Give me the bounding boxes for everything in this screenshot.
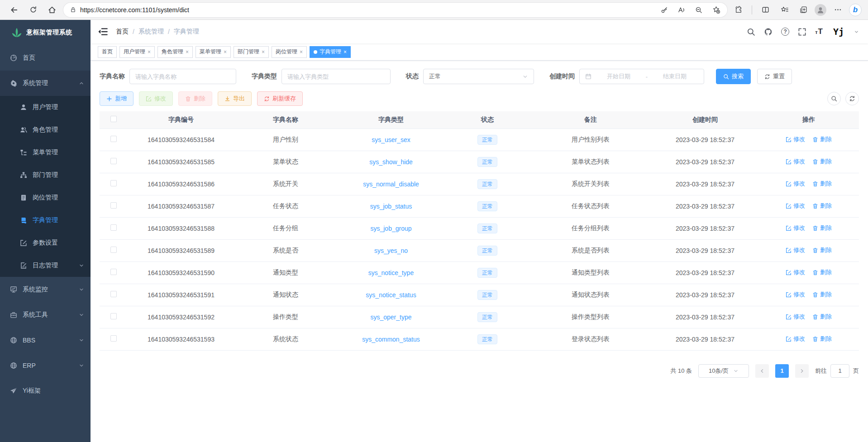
row-checkbox[interactable] bbox=[110, 180, 117, 186]
row-checkbox[interactable] bbox=[110, 247, 117, 253]
dict-type-link[interactable]: sys_oper_type bbox=[370, 314, 411, 321]
table-row[interactable]: 1641030593246531588 任务分组 sys_job_group 正… bbox=[100, 217, 859, 239]
row-edit-button[interactable]: 修改 bbox=[786, 202, 805, 210]
row-delete-button[interactable]: 删除 bbox=[812, 335, 832, 343]
close-icon[interactable]: × bbox=[148, 49, 151, 55]
tab-menu-management[interactable]: 菜单管理× bbox=[196, 46, 231, 58]
tab-post-management[interactable]: 岗位管理× bbox=[272, 46, 307, 58]
row-edit-button[interactable]: 修改 bbox=[786, 180, 805, 188]
dict-type-link[interactable]: sys_notice_type bbox=[368, 269, 414, 276]
search-button[interactable]: 搜索 bbox=[716, 69, 751, 84]
sidebar-item-erp[interactable]: ERP bbox=[0, 353, 91, 378]
sidebar-item-param-settings[interactable]: 参数设置 bbox=[0, 232, 91, 254]
sidebar-item-dict-management[interactable]: 字典管理 bbox=[0, 209, 91, 232]
row-edit-button[interactable]: 修改 bbox=[786, 313, 805, 321]
dict-type-link[interactable]: sys_normal_disable bbox=[363, 181, 419, 188]
delete-button[interactable]: 删除 bbox=[178, 91, 212, 106]
font-size-icon[interactable]: тT bbox=[815, 27, 823, 36]
row-delete-button[interactable]: 删除 bbox=[812, 157, 832, 166]
row-delete-button[interactable]: 删除 bbox=[812, 202, 832, 210]
browser-home-button[interactable] bbox=[44, 2, 60, 18]
add-button[interactable]: 新增 bbox=[100, 91, 134, 106]
row-checkbox[interactable] bbox=[110, 158, 117, 164]
extensions-icon[interactable] bbox=[731, 2, 746, 18]
tab-dict-management[interactable]: 字典管理× bbox=[310, 46, 351, 58]
table-row[interactable]: 1641030593246531592 操作类型 sys_oper_type 正… bbox=[100, 306, 859, 328]
table-row[interactable]: 1641030593246531586 系统开关 sys_normal_disa… bbox=[100, 173, 859, 195]
table-row[interactable]: 1641030593246531593 系统状态 sys_common_stat… bbox=[100, 328, 859, 350]
dict-type-link[interactable]: sys_show_hide bbox=[369, 158, 413, 166]
close-icon[interactable]: × bbox=[262, 49, 265, 55]
table-row[interactable]: 1641030593246531590 通知类型 sys_notice_type… bbox=[100, 261, 859, 284]
sidebar-item-home[interactable]: 首页 bbox=[0, 45, 91, 71]
close-icon[interactable]: × bbox=[186, 49, 189, 55]
dict-type-link[interactable]: sys_common_status bbox=[362, 336, 420, 343]
row-delete-button[interactable]: 删除 bbox=[812, 290, 832, 299]
avatar-caret-icon[interactable] bbox=[854, 29, 859, 34]
browser-profile-avatar[interactable] bbox=[815, 4, 826, 16]
row-edit-button[interactable]: 修改 bbox=[786, 157, 805, 166]
tab-role-management[interactable]: 角色管理× bbox=[157, 46, 193, 58]
address-bar[interactable] bbox=[63, 3, 727, 17]
row-edit-button[interactable]: 修改 bbox=[786, 268, 805, 276]
page-number-button[interactable]: 1 bbox=[775, 364, 789, 378]
bing-chat-icon[interactable]: b bbox=[849, 4, 862, 16]
user-avatar[interactable]: Yj bbox=[832, 25, 845, 38]
fullscreen-icon[interactable] bbox=[798, 28, 806, 36]
sidebar-fold-icon[interactable] bbox=[98, 27, 108, 37]
reset-button[interactable]: 重置 bbox=[757, 69, 792, 84]
select-all-checkbox[interactable] bbox=[110, 116, 117, 122]
row-delete-button[interactable]: 删除 bbox=[812, 180, 832, 188]
date-range-picker[interactable]: 开始日期 - 结束日期 bbox=[579, 69, 704, 84]
row-delete-button[interactable]: 删除 bbox=[812, 246, 832, 254]
table-row[interactable]: 1641030593246531589 系统是否 sys_yes_no 正常 系… bbox=[100, 239, 859, 261]
table-row[interactable]: 1641030593246531585 菜单状态 sys_show_hide 正… bbox=[100, 151, 859, 173]
sidebar-item-post-management[interactable]: 岗位管理 bbox=[0, 186, 91, 209]
row-checkbox[interactable] bbox=[110, 291, 117, 297]
sidebar-item-yi-framework[interactable]: Yi框架 bbox=[0, 378, 91, 404]
dict-type-link[interactable]: sys_notice_status bbox=[366, 291, 416, 299]
sidebar-item-menu-management[interactable]: 菜单管理 bbox=[0, 141, 91, 164]
status-select[interactable]: 正常 bbox=[423, 69, 534, 84]
tab-dept-management[interactable]: 部门管理× bbox=[234, 46, 269, 58]
sidebar-item-dept-management[interactable]: 部门管理 bbox=[0, 164, 91, 186]
read-aloud-icon[interactable] bbox=[675, 3, 688, 17]
dict-type-input[interactable] bbox=[287, 73, 385, 80]
page-size-select[interactable]: 10条/页 bbox=[698, 364, 749, 378]
goto-page-input[interactable] bbox=[830, 364, 849, 378]
next-page-button[interactable] bbox=[795, 364, 809, 378]
prev-page-button[interactable] bbox=[755, 364, 769, 378]
github-icon[interactable] bbox=[764, 28, 773, 36]
row-delete-button[interactable]: 删除 bbox=[812, 268, 832, 276]
search-icon[interactable] bbox=[747, 28, 755, 36]
browser-menu-icon[interactable] bbox=[830, 2, 845, 18]
row-delete-button[interactable]: 删除 bbox=[812, 224, 832, 232]
row-checkbox[interactable] bbox=[110, 202, 117, 209]
row-checkbox[interactable] bbox=[110, 136, 117, 142]
split-screen-icon[interactable] bbox=[758, 2, 773, 18]
edit-button[interactable]: 修改 bbox=[139, 91, 173, 106]
table-row[interactable]: 1641030593246531587 任务状态 sys_job_status … bbox=[100, 195, 859, 217]
row-edit-button[interactable]: 修改 bbox=[786, 135, 805, 143]
row-delete-button[interactable]: 删除 bbox=[812, 135, 832, 143]
row-checkbox[interactable] bbox=[110, 335, 117, 342]
collections-icon[interactable] bbox=[777, 2, 792, 18]
browser-back-button[interactable] bbox=[6, 2, 22, 18]
url-input[interactable] bbox=[80, 6, 654, 14]
toggle-search-button[interactable] bbox=[827, 92, 841, 105]
dict-type-link[interactable]: sys_job_group bbox=[370, 225, 411, 232]
sidebar-item-role-management[interactable]: 角色管理 bbox=[0, 119, 91, 141]
row-checkbox[interactable] bbox=[110, 269, 117, 275]
table-row[interactable]: 1641030593246531584 用户性别 sys_user_sex 正常… bbox=[100, 128, 859, 151]
sidebar-item-system-tools[interactable]: 系统工具 bbox=[0, 302, 91, 328]
refresh-cache-button[interactable]: 刷新缓存 bbox=[257, 91, 303, 106]
tab-home[interactable]: 首页 bbox=[98, 46, 117, 58]
sidebar-item-bbs[interactable]: BBS bbox=[0, 328, 91, 353]
dict-type-link[interactable]: sys_yes_no bbox=[374, 247, 408, 254]
password-key-icon[interactable] bbox=[658, 3, 671, 17]
sidebar-item-system-management[interactable]: 系统管理 bbox=[0, 71, 91, 96]
zoom-out-icon[interactable] bbox=[692, 3, 706, 17]
row-checkbox[interactable] bbox=[110, 224, 117, 231]
favorite-star-icon[interactable] bbox=[709, 3, 723, 17]
sidebar-item-log-management[interactable]: 日志管理 bbox=[0, 254, 91, 277]
